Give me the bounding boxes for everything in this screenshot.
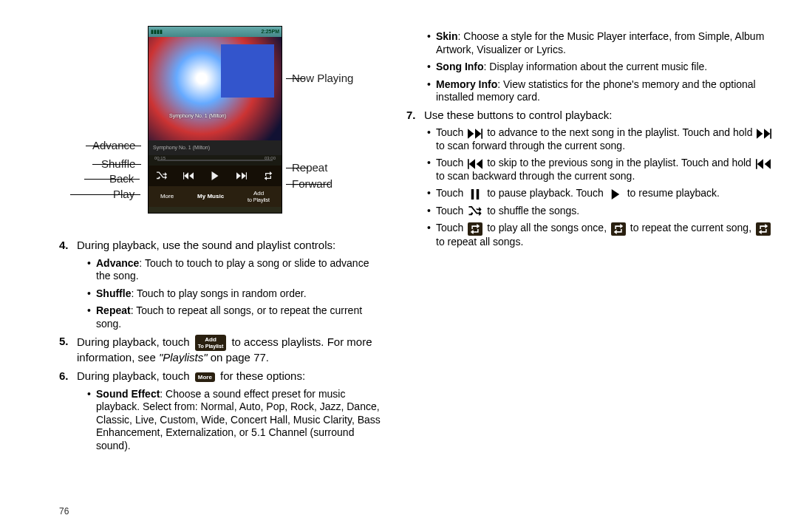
next-icon xyxy=(468,129,482,139)
step-number: 4. xyxy=(59,239,77,253)
phone-statusbar: ▮▮▮▮ 2:25PM xyxy=(149,27,282,37)
bullet-shuffle-control: Touch to shuffle the songs. xyxy=(427,205,776,218)
step-6: 6. During playback, touch More for these… xyxy=(59,369,384,383)
step-number: 7. xyxy=(406,109,424,123)
album-art-area: Symphony No. 1 (Milton) xyxy=(149,37,282,140)
callout-advance: Advance xyxy=(92,139,135,153)
track-info-bar: Symphony No. 1 (Milton) xyxy=(149,140,282,155)
play-icon xyxy=(608,189,623,200)
statusbar-signal: ▮▮▮▮ xyxy=(151,29,163,35)
bullet-back-control: Touch to skip to the previous song in th… xyxy=(427,157,776,183)
total-time: 03:00 xyxy=(265,156,276,162)
next-icon xyxy=(757,129,771,139)
pause-icon xyxy=(468,189,482,200)
bullet-pause-control: Touch to pause playback. Touch to resume… xyxy=(427,187,776,200)
seek-bar: 00:15 03:00 xyxy=(149,155,282,166)
softkey-add: Add to Playlist xyxy=(248,190,270,204)
left-column: ▮▮▮▮ 2:25PM Symphony No. 1 (Milton) Symp… xyxy=(0,0,399,532)
bullet-sound-effect: Sound Effect: Choose a sound effect pres… xyxy=(87,388,384,453)
bullet-song-info: Song Info: Display information about the… xyxy=(427,61,776,74)
repeat-icon xyxy=(262,170,274,182)
callout-now-playing: Now Playing xyxy=(292,72,353,86)
bullet-memory-info: Memory Info: View statistics for the pho… xyxy=(427,78,776,104)
next-icon xyxy=(236,170,248,182)
softkey-more: More xyxy=(160,193,174,200)
bullet-advance: Advance: Touch to touch to play a song o… xyxy=(87,257,384,283)
shuffle-icon xyxy=(156,170,168,182)
phone-screenshot: ▮▮▮▮ 2:25PM Symphony No. 1 (Milton) Symp… xyxy=(148,26,282,214)
prev-icon xyxy=(183,170,194,182)
track-title: Symphony No. 1 (Milton) xyxy=(153,145,210,151)
page-number: 76 xyxy=(59,506,69,517)
step-number: 5. xyxy=(59,335,77,365)
callout-forward: Forward xyxy=(292,177,332,191)
album-title: Symphony No. 1 (Milton) xyxy=(169,113,226,120)
prev-icon xyxy=(756,159,771,169)
step-number: 6. xyxy=(59,369,77,383)
step-7: 7. Use these buttons to control playback… xyxy=(406,109,776,123)
step7-bullets: Touch to advance to the next song in the… xyxy=(427,126,776,248)
step4-bullets: Advance: Touch to touch to play a song o… xyxy=(87,257,384,331)
step-5: 5. During playback, touch Add To Playlis… xyxy=(59,335,384,365)
statusbar-time: 2:25PM xyxy=(261,29,279,35)
step6-continued-bullets: Skin: Choose a style for the Music Playe… xyxy=(427,30,776,104)
step-text: Use these buttons to control playback: xyxy=(424,109,776,123)
step-text: During playback, touch More for these op… xyxy=(77,369,384,383)
bullet-repeat: Repeat: Touch to repeat all songs, or to… xyxy=(87,304,384,330)
now-playing-thumb xyxy=(221,44,274,98)
add-to-playlist-button: Add To Playlist xyxy=(195,335,227,351)
play-icon xyxy=(209,170,221,182)
shuffle-icon xyxy=(468,206,482,216)
bullet-skin: Skin: Choose a style for the Music Playe… xyxy=(427,30,776,56)
more-button: More xyxy=(195,372,215,382)
bullet-shuffle: Shuffle: Touch to play songs in random o… xyxy=(87,287,384,301)
step6-bullets: Sound Effect: Choose a sound effect pres… xyxy=(87,388,384,453)
elapsed-time: 00:15 xyxy=(154,156,166,162)
bullet-forward-control: Touch to advance to the next song in the… xyxy=(427,126,776,152)
callout-shuffle: Shuffle xyxy=(101,157,135,171)
step-text: During playback, use the sound and playl… xyxy=(77,239,384,253)
callout-repeat: Repeat xyxy=(292,161,327,175)
manual-page: ▮▮▮▮ 2:25PM Symphony No. 1 (Milton) Symp… xyxy=(0,0,798,532)
playlists-xref: "Playlists" xyxy=(159,351,208,364)
step-4: 4. During playback, use the sound and pl… xyxy=(59,239,384,253)
prev-icon xyxy=(468,159,482,169)
player-figure: ▮▮▮▮ 2:25PM Symphony No. 1 (Milton) Symp… xyxy=(70,26,395,225)
step-text: During playback, touch Add To Playlist t… xyxy=(77,335,384,365)
callout-play: Play xyxy=(113,188,134,202)
callout-back: Back xyxy=(109,172,134,186)
repeat-all-icon xyxy=(756,222,771,236)
player-controls xyxy=(149,166,282,186)
bullet-repeat-control: Touch to play all the songs once, to rep… xyxy=(427,222,776,248)
repeat-one-icon xyxy=(611,222,626,236)
right-column: Skin: Choose a style for the Music Playe… xyxy=(399,0,798,532)
softkey-mymusic: My Music xyxy=(197,193,224,200)
softkeys: More My Music Add to Playlist xyxy=(149,186,282,207)
repeat-once-icon xyxy=(468,222,482,236)
